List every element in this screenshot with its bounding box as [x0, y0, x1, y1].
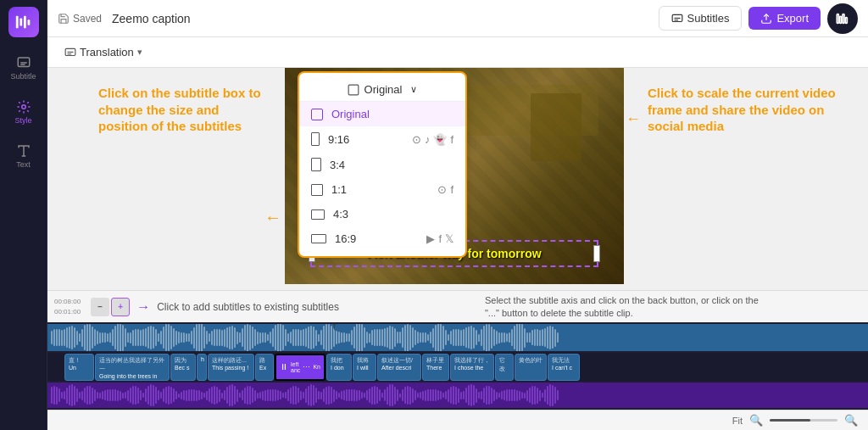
social-icons-16-9: ▶ f 𝕏 [426, 232, 453, 245]
waveform-area: // Generate waveform bars inline for(let… [47, 322, 868, 410]
time-start: 00:08:00 [54, 297, 81, 306]
save-status: Saved [58, 13, 102, 25]
clip-11[interactable]: 我选择了行， I chose the [450, 354, 494, 381]
dropdown-4-3-label: 4:3 [333, 208, 348, 221]
svg-rect-16 [843, 14, 844, 23]
annotation-scale-share: Click to scale the current video frame a… [648, 85, 851, 135]
waveform-track-2: for(let i=0;i<200;i++){ const h = 5 + Ma… [47, 383, 868, 408]
clip-4[interactable]: 这样的路还... This passing ! [208, 354, 254, 381]
translation-button[interactable]: Translation ▾ [58, 42, 149, 62]
zoom-in-btn[interactable]: 🔍 [844, 414, 858, 427]
ratio-16-9-icon [311, 234, 326, 243]
translation-label: Translation [80, 46, 134, 59]
time-end: 00:01:00 [54, 307, 81, 316]
clip-3[interactable]: h [197, 354, 207, 381]
fit-label[interactable]: Fit [732, 416, 743, 426]
dropdown-16-9-label: 16:9 [335, 232, 356, 245]
instagram-icon-2: ⊙ [437, 183, 447, 196]
twitter-icon: 𝕏 [445, 232, 453, 245]
clip-12[interactable]: 它改 [495, 354, 514, 381]
clip-1[interactable]: 适当的树丛我选择了另外一 Going into the trees in the… [95, 354, 170, 381]
social-icons-9-16: ⊙ ♪ 👻 f [412, 133, 453, 146]
dropdown-item-1-1[interactable]: 1:1 ⊙ f [299, 177, 465, 202]
clip-13[interactable]: 黄色的叶 [515, 354, 547, 381]
snapchat-icon: 👻 [433, 133, 447, 146]
dropdown-item-original[interactable]: Original [299, 102, 465, 126]
dropdown-item-16-9[interactable]: 16:9 ▶ f 𝕏 [299, 226, 465, 251]
clip-14[interactable]: 我无法 I can't c [548, 354, 580, 381]
svg-rect-14 [837, 14, 838, 23]
ratio-3-4-icon [311, 158, 321, 171]
add-subtitle-button[interactable]: + [111, 298, 130, 316]
select-delete-tip: Select the subtitle axis and click on th… [485, 294, 773, 319]
zoom-out-icon[interactable]: − [91, 298, 109, 316]
main-content: Saved Zeemo caption Subtitles Export [47, 0, 868, 430]
svg-rect-21 [348, 85, 359, 95]
social-icons-1-1: ⊙ f [437, 183, 453, 196]
facebook-icon-2: f [450, 183, 453, 196]
dropdown-3-4-label: 3:4 [330, 159, 345, 171]
sidebar-item-text[interactable]: Text [3, 136, 44, 176]
zoom-out-btn[interactable]: 🔍 [749, 414, 763, 427]
svg-rect-1 [19, 18, 22, 25]
project-title: Zeemo caption [112, 12, 191, 25]
dropdown-header: Original ∨ [299, 78, 465, 102]
topbar: Saved Zeemo caption Subtitles Export [47, 0, 868, 37]
clip-highlighted[interactable]: ⏸ left anc ⋯ Kn [275, 354, 326, 381]
clip-8[interactable]: 我将 I will [353, 354, 376, 381]
dropdown-item-4-3[interactable]: 4:3 [299, 202, 465, 226]
svg-rect-3 [27, 20, 30, 25]
tiktok-icon: ♪ [425, 133, 431, 146]
svg-rect-2 [24, 16, 26, 29]
timeline-controls: 00:08:00 00:01:00 − + → Click to add sub… [47, 290, 868, 322]
secondary-bar: Translation ▾ [47, 37, 868, 68]
arrow-right-annotation: ← [626, 110, 641, 128]
facebook-icon-3: f [438, 232, 442, 245]
export-btn-label: Export [776, 12, 809, 25]
svg-rect-17 [845, 17, 847, 23]
more-options-icon[interactable]: ⋯ [303, 363, 310, 371]
sidebar-item-subtitle[interactable]: Subtitle [3, 47, 44, 88]
ratio-1-1-icon [311, 184, 323, 196]
editor-area: Click on the subtitle box to change the … [47, 68, 868, 290]
clips-row: 直！ Un 适当的树丛我选择了另外一 Going into the trees … [47, 353, 868, 381]
play-pause-icon[interactable]: ⏸ [280, 362, 288, 371]
svg-rect-0 [15, 16, 18, 29]
aspect-ratio-dropdown: Original ∨ Original 9:16 ⊙ ♪ 👻 f [298, 71, 467, 258]
waveform-bars-1: // Generate waveform bars inline for(let… [47, 324, 562, 351]
clip-highlighted-text: left anc [291, 361, 300, 373]
translation-chevron: ▾ [137, 47, 142, 58]
dropdown-original-label: Original [331, 108, 370, 120]
sidebar-item-style[interactable]: Style [3, 92, 44, 132]
sidebar-item-text-label: Text [16, 160, 31, 169]
clip-0[interactable]: 直！ Un [64, 354, 94, 381]
content-area: Translation ▾ Click on the subtitle box … [47, 37, 868, 430]
save-status-text: Saved [73, 13, 102, 25]
arrow-left-annotation: ← [264, 208, 281, 227]
export-button[interactable]: Export [748, 7, 821, 30]
add-subtitles-tip: Click to add subtitles to existing subti… [157, 301, 339, 313]
subtitles-button[interactable]: Subtitles [659, 6, 743, 31]
clip-7[interactable]: 我把 I don [326, 354, 352, 381]
clip-5[interactable]: 路 Ex [255, 354, 274, 381]
waveform-track-1: // Generate waveform bars inline for(let… [47, 324, 868, 351]
svg-point-7 [21, 105, 25, 109]
original-icon [311, 109, 323, 120]
clip-9[interactable]: 叙述这一切/ After descri [377, 354, 421, 381]
dropdown-item-9-16[interactable]: 9:16 ⊙ ♪ 👻 f [299, 126, 465, 152]
instagram-icon: ⊙ [412, 133, 421, 146]
analytics-button[interactable] [827, 3, 858, 34]
zoom-slider-fill [770, 419, 810, 422]
sidebar-item-subtitle-label: Subtitle [10, 72, 36, 81]
subtitle-handle-right[interactable] [593, 245, 600, 262]
dropdown-1-1-label: 1:1 [331, 183, 347, 196]
clip-10[interactable]: 林子里 There [422, 354, 449, 381]
clip-2[interactable]: 因为 Bec s [170, 354, 196, 381]
ratio-9-16-icon [311, 132, 320, 146]
dropdown-item-3-4[interactable]: 3:4 [299, 152, 465, 177]
zoom-slider[interactable] [770, 419, 837, 422]
arrow-add-button[interactable]: → [136, 299, 150, 315]
sidebar-item-style-label: Style [14, 116, 31, 125]
dropdown-header-label: Original [364, 83, 403, 96]
facebook-icon: f [450, 133, 453, 146]
